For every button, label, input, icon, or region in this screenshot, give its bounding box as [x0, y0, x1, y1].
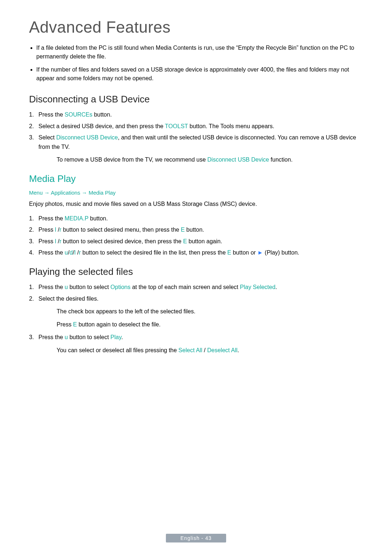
- text: Select the desired ﬁles.: [38, 296, 98, 302]
- text: button to select desired menu, then pres…: [61, 227, 181, 233]
- text: Press the: [38, 249, 65, 256]
- highlight-select-all: Select All: [179, 347, 203, 353]
- text: .: [275, 284, 277, 290]
- text: button again.: [187, 238, 222, 244]
- text: Select a desired USB device, and then pr…: [38, 123, 165, 129]
- text: Press the: [38, 111, 65, 118]
- highlight-e: E: [73, 321, 77, 328]
- text: function.: [269, 156, 293, 163]
- section-title-playing-selected: Playing the selected ﬁles: [29, 266, 363, 277]
- manual-page: Advanced Features If a ﬁle deleted from …: [0, 0, 392, 557]
- text: /: [75, 249, 79, 256]
- text: button.: [185, 227, 204, 233]
- media-intro: Enjoy photos, music and movie ﬁles saved…: [29, 199, 363, 209]
- highlight-disconnect-usb: Disconnect USB Device: [56, 134, 118, 141]
- step: Press the SOURCEs button.: [29, 110, 363, 119]
- highlight-tools: TOOLST: [165, 123, 188, 129]
- highlight-play-selected: Play Selected: [240, 284, 275, 290]
- text: Press: [57, 321, 73, 328]
- text: Press the: [38, 334, 65, 340]
- step: Press l /r button to select desired devi…: [29, 237, 363, 246]
- highlight-media-p: MEDIA.P: [65, 215, 89, 221]
- step: Press the u button to select Options at …: [29, 282, 363, 292]
- step: Press l /r button to select desired menu…: [29, 225, 363, 235]
- intro-bullet: If the number of ﬁles and folders saved …: [36, 65, 363, 83]
- highlight-deselect-all: Deselect All: [207, 347, 238, 353]
- highlight-play: Play: [110, 334, 121, 340]
- text: To remove a USB device from the TV, we r…: [57, 156, 207, 163]
- text: button again to deselect the file.: [77, 321, 160, 328]
- text: button.: [92, 111, 111, 118]
- arrow-icon: →: [80, 190, 89, 196]
- note: Press E button again to deselect the fil…: [57, 320, 363, 329]
- text: Press: [38, 238, 55, 244]
- text: You can select or deselect all files pre…: [57, 347, 179, 353]
- text: (Play) button.: [263, 249, 299, 256]
- text: button to select the desired ﬁle in the …: [81, 249, 228, 256]
- text: button to select desired device, then pr…: [61, 238, 183, 244]
- highlight-u: u: [65, 334, 68, 340]
- highlight-u: u: [65, 284, 68, 290]
- step: Select the desired ﬁles. The check box a…: [29, 294, 363, 329]
- text: /: [202, 347, 207, 353]
- breadcrumb-applications: Applications: [51, 190, 80, 196]
- step: Select Disconnect USB Device, and then w…: [29, 133, 363, 164]
- text: button to select: [68, 334, 110, 340]
- disconnect-steps: Press the SOURCEs button. Select a desir…: [29, 110, 363, 164]
- step: Press the u button to select Play. You c…: [29, 333, 363, 355]
- highlight-d: d: [69, 249, 73, 256]
- text: Select: [38, 134, 56, 141]
- text: at the top of each main screen and selec…: [130, 284, 240, 290]
- note: You can select or deselect all files pre…: [57, 346, 363, 355]
- breadcrumb-media-play: Media Play: [89, 190, 115, 196]
- text: .: [237, 347, 239, 353]
- text: Press the: [38, 284, 65, 290]
- arrow-icon: →: [43, 190, 51, 196]
- note: The check box appears to the left of the…: [57, 307, 363, 316]
- text: Press: [38, 227, 55, 233]
- text: button or: [231, 249, 257, 256]
- section-title-media-play: Media Play: [29, 173, 363, 184]
- text: button. The Tools menu appears.: [188, 123, 274, 129]
- playing-steps: Press the u button to select Options at …: [29, 282, 363, 355]
- text: Press the: [38, 215, 65, 221]
- step: Press the MEDIA.P button.: [29, 214, 363, 223]
- text: button to select: [68, 284, 110, 290]
- step: Select a desired USB device, and then pr…: [29, 122, 363, 131]
- text: /: [56, 227, 60, 233]
- highlight-e: E: [183, 238, 187, 244]
- step: Press the u/d/l /r button to select the …: [29, 248, 363, 257]
- section-title-disconnect: Disconnecting a USB Device: [29, 94, 363, 105]
- text: .: [121, 334, 123, 340]
- intro-bullet: If a ﬁle deleted from the PC is still fo…: [36, 44, 363, 61]
- page-footer: English - 43: [166, 534, 226, 542]
- breadcrumb-menu: Menu: [29, 190, 43, 196]
- note: To remove a USB device from the TV, we r…: [57, 155, 363, 164]
- play-icon: ►: [257, 249, 263, 256]
- text: /: [56, 238, 60, 244]
- highlight-e: E: [227, 249, 231, 256]
- media-steps: Press the MEDIA.P button. Press l /r but…: [29, 214, 363, 257]
- highlight-disconnect-usb: Disconnect USB Device: [207, 156, 269, 163]
- highlight-sources: SOURCEs: [65, 111, 92, 118]
- highlight-e: E: [181, 227, 185, 233]
- text: button.: [89, 215, 108, 221]
- intro-bullet-list: If a ﬁle deleted from the PC is still fo…: [29, 44, 363, 83]
- page-title: Advanced Features: [29, 18, 363, 36]
- highlight-u: u: [65, 249, 68, 256]
- highlight-options: Options: [110, 284, 130, 290]
- breadcrumb: Menu → Applications → Media Play: [29, 190, 363, 196]
